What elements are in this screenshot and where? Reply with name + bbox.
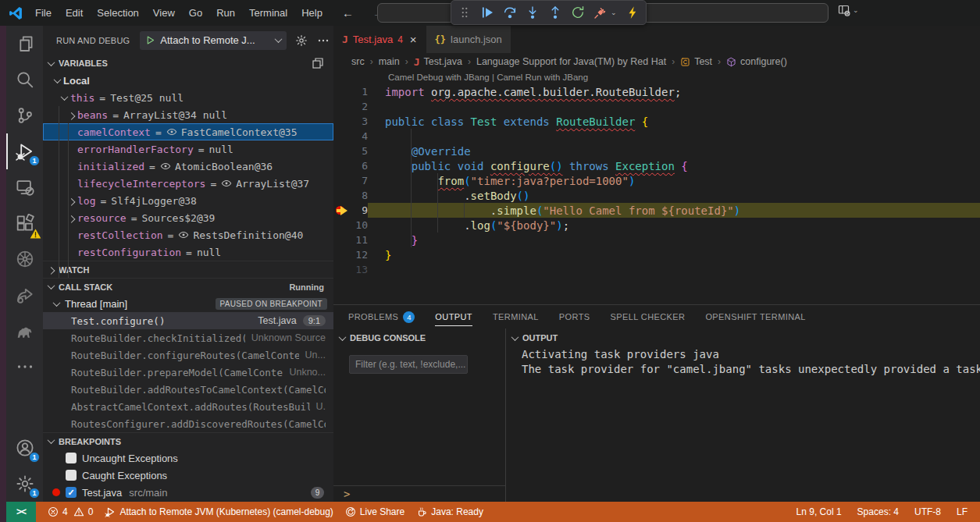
stack-frame[interactable]: RouteBuilder.prepareModel(CamelContext)U… xyxy=(43,364,333,381)
launch-config-dropdown[interactable]: Attach to Remote J... xyxy=(140,31,287,50)
code-line[interactable]: 8 .setBody() xyxy=(333,188,980,203)
code-line[interactable]: 2 xyxy=(333,99,980,114)
code-line[interactable]: 9 .simple("Hello Camel from ${routeId}") xyxy=(333,203,980,218)
status-item-error[interactable]: 4 xyxy=(48,506,68,517)
continue-icon[interactable] xyxy=(480,5,494,20)
stack-frame[interactable]: RouteBuilder.configureRoutes(CamelContex… xyxy=(43,346,333,364)
activity-explorer[interactable] xyxy=(6,26,43,62)
panel-tab-openshift-terminal[interactable]: OPENSHIFT TERMINAL xyxy=(705,305,805,328)
more-actions-icon[interactable] xyxy=(317,34,330,47)
variable-row[interactable]: errorHandlerFactory=null xyxy=(43,140,333,158)
gutter-margin[interactable] xyxy=(333,173,349,188)
stack-frame[interactable]: AbstractCamelContext.addRoutes(RoutesBui… xyxy=(43,398,333,415)
breakpoint-row[interactable]: Uncaught Exceptions xyxy=(43,449,333,467)
code-line[interactable]: 1import org.apache.camel.builder.RouteBu… xyxy=(333,84,980,99)
status-right-item[interactable]: LF xyxy=(957,506,968,517)
breadcrumb-item[interactable]: main xyxy=(379,56,400,67)
activity-search[interactable] xyxy=(6,62,43,98)
variables-section-header[interactable]: VARIABLES xyxy=(43,55,333,72)
panel-tab-spell-checker[interactable]: SPELL CHECKER xyxy=(611,305,686,328)
activity-kubernetes[interactable] xyxy=(6,241,43,277)
gutter-margin[interactable] xyxy=(333,144,349,158)
activity-run-and-debug[interactable]: 1 xyxy=(6,133,43,169)
status-item-debug[interactable]: Attach to Remote JVM (Kubernetes) (camel… xyxy=(105,506,333,517)
activity-remote-explorer[interactable] xyxy=(6,169,43,205)
output-log[interactable]: Activating task providers javaThe task p… xyxy=(506,347,980,377)
call-stack-section-header[interactable]: CALL STACK Running xyxy=(43,278,333,295)
code-line[interactable]: 11 } xyxy=(333,233,980,247)
panel-tab-problems[interactable]: PROBLEMS4 xyxy=(348,305,415,328)
hot-code-replace-icon[interactable] xyxy=(625,5,640,20)
watch-section-header[interactable]: WATCH xyxy=(43,261,333,278)
breadcrumb-item[interactable]: configure() xyxy=(740,56,787,67)
activity-more[interactable] xyxy=(6,349,43,385)
breadcrumb-item[interactable]: Test.java xyxy=(424,56,462,67)
breakpoints-section-header[interactable]: BREAKPOINTS xyxy=(43,432,333,449)
breadcrumb-item[interactable]: Language Support for Java(TM) by Red Hat xyxy=(476,56,666,67)
thread-row[interactable]: Thread [main] PAUSED ON BREAKPOINT xyxy=(43,295,333,312)
variable-row[interactable]: beans=ArrayList@34 null xyxy=(43,106,333,123)
breakpoint-row[interactable]: Caught Exceptions xyxy=(43,467,333,484)
variable-row[interactable]: lifecycleInterceptors=ArrayList@37 xyxy=(43,175,333,192)
remote-indicator[interactable]: >< xyxy=(6,502,36,522)
gutter-margin[interactable] xyxy=(333,188,349,203)
panel-tab-output[interactable]: OUTPUT xyxy=(435,305,472,328)
variable-row[interactable]: initialized=AtomicBoolean@36 xyxy=(43,158,333,175)
code-line[interactable]: 7 from("timer:java?period=1000") xyxy=(333,173,980,188)
panel-tab-terminal[interactable]: TERMINAL xyxy=(493,305,539,328)
menu-file[interactable]: File xyxy=(28,0,59,26)
code-line[interactable]: 12} xyxy=(333,247,980,262)
code-area[interactable]: 1import org.apache.camel.builder.RouteBu… xyxy=(333,84,980,277)
gutter-margin[interactable] xyxy=(333,129,349,144)
gutter-margin[interactable] xyxy=(333,218,349,233)
close-icon[interactable]: × xyxy=(410,33,417,46)
gutter-margin[interactable] xyxy=(333,158,349,173)
activity-extensions[interactable] xyxy=(6,205,43,241)
code-line[interactable]: 4 xyxy=(333,129,980,144)
status-right-item[interactable]: UTF-8 xyxy=(914,506,941,517)
drag-grip-icon[interactable] xyxy=(458,5,472,20)
codelens-links[interactable]: Camel Debug with JBang | Camel Run with … xyxy=(333,70,980,84)
restart-icon[interactable] xyxy=(571,5,585,20)
status-item-live-share[interactable]: Live Share xyxy=(345,506,404,517)
activity-settings[interactable]: 1 xyxy=(6,466,43,502)
stack-frame[interactable]: RoutesConfigurer.addDiscoveredRoutes(Cam… xyxy=(43,415,333,432)
variable-row[interactable]: log=Slf4jLogger@38 xyxy=(43,192,333,209)
customize-layout-button[interactable]: ⌄ xyxy=(838,4,859,16)
gutter-margin[interactable] xyxy=(333,99,349,114)
status-item-java[interactable]: Java: Ready xyxy=(416,506,483,517)
debug-console-input-row[interactable]: > xyxy=(333,485,505,502)
debug-console-header[interactable]: DEBUG CONSOLE xyxy=(333,328,505,347)
menu-run[interactable]: Run xyxy=(209,0,242,26)
gutter-margin[interactable] xyxy=(333,203,349,218)
checkbox[interactable] xyxy=(66,470,77,481)
stack-frame[interactable]: Test.configure()Test.java9:1 xyxy=(43,312,333,329)
breadcrumb-item[interactable]: Test xyxy=(694,56,712,67)
breakpoint-row[interactable]: ✓Test.javasrc/main9 xyxy=(43,484,333,501)
stack-frame[interactable]: RouteBuilder.checkInitialized()Unknown S… xyxy=(43,329,333,346)
step-out-icon[interactable] xyxy=(548,5,562,20)
code-line[interactable]: 5 @Override xyxy=(333,144,980,158)
output-header[interactable]: OUTPUT xyxy=(506,328,980,347)
checkbox[interactable] xyxy=(66,453,77,463)
menu-go[interactable]: Go xyxy=(182,0,209,26)
status-right-item[interactable]: Spaces: 4 xyxy=(857,506,899,517)
gutter-margin[interactable] xyxy=(333,233,349,247)
variable-row[interactable]: camelContext=FastCamelContext@35 xyxy=(43,123,333,140)
debug-console-filter-input[interactable]: Filter (e.g. text, !exclude,... xyxy=(349,355,468,374)
menu-terminal[interactable]: Terminal xyxy=(242,0,294,26)
menu-selection[interactable]: Selection xyxy=(90,0,145,26)
activity-camel[interactable] xyxy=(6,313,43,349)
status-right-item[interactable]: Ln 9, Col 1 xyxy=(796,506,842,517)
code-line[interactable]: 6 public void configure() throws Excepti… xyxy=(333,158,980,173)
tab-Test.java[interactable]: JTest.java4× xyxy=(333,26,426,53)
variable-row[interactable]: restConfiguration=null xyxy=(43,243,333,261)
gutter-margin[interactable] xyxy=(333,84,349,99)
disconnect-icon[interactable] xyxy=(593,5,608,20)
status-item-warning[interactable]: 0 xyxy=(73,506,94,517)
panel-tab-ports[interactable]: PORTS xyxy=(559,305,590,328)
stack-frame[interactable]: RouteBuilder.addRoutesToCamelContext(Cam… xyxy=(43,381,333,398)
gutter-margin[interactable] xyxy=(333,247,349,262)
code-line[interactable]: 3public class Test extends RouteBuilder … xyxy=(333,114,980,129)
variable-row[interactable]: restCollection=RestsDefinition@40 xyxy=(43,226,333,243)
